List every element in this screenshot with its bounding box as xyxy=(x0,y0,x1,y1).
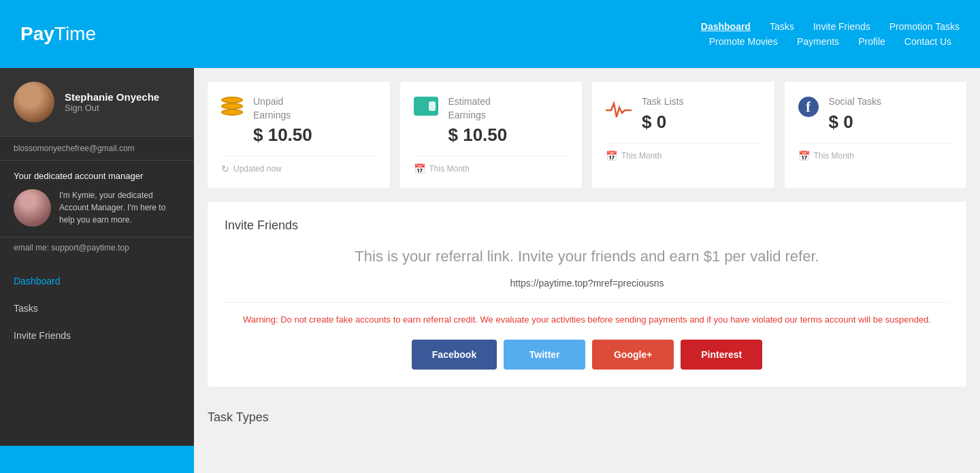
stat-task-lists-info: Task Lists $ 0 xyxy=(642,95,683,133)
stat-task-lists-amount: $ 0 xyxy=(642,112,683,133)
social-share-buttons: Facebook Twitter Google+ Pinterest xyxy=(225,340,949,370)
manager-avatar xyxy=(14,189,51,227)
stat-social-tasks-amount: $ 0 xyxy=(829,112,882,133)
stat-task-lists-label: Task Lists xyxy=(642,95,683,109)
nav-dashboard[interactable]: Dashboard xyxy=(701,21,751,32)
sidebar-bottom-bar xyxy=(0,446,194,473)
stat-unpaid-footer: ↻ Updated now xyxy=(221,156,376,174)
stat-social-tasks: f Social Tasks $ 0 📅 This Month xyxy=(785,82,967,188)
stat-unpaid-info: UnpaidEarnings $ 10.50 xyxy=(253,95,312,146)
wallet-icon xyxy=(414,97,438,116)
stat-social-tasks-footer-text: This Month xyxy=(814,151,854,161)
sign-out-link[interactable]: Sign Out xyxy=(65,103,159,113)
logo: PayTime xyxy=(20,23,214,45)
twitter-share-button[interactable]: Twitter xyxy=(504,340,585,370)
account-manager-title: Your dedicated account manager xyxy=(14,171,180,181)
nav-tasks[interactable]: Tasks xyxy=(770,21,794,32)
manager-description: I'm Kymie, your dedicated Account Manage… xyxy=(59,189,180,226)
sidebar-navigation: Dashboard Tasks Invite Friends xyxy=(0,261,194,356)
top-navigation: PayTime Dashboard Tasks Invite Friends P… xyxy=(0,0,980,68)
pulse-icon xyxy=(606,97,632,126)
stat-task-lists-footer: 📅 This Month xyxy=(606,143,761,161)
logo-time: Time xyxy=(54,23,96,44)
nav-row-2: Promote Movies Payments Profile Contact … xyxy=(709,36,951,47)
warning-text: Warning: Do not create fake accounts to … xyxy=(225,313,949,327)
stat-unpaid-amount: $ 10.50 xyxy=(253,125,312,146)
manager-info: I'm Kymie, your dedicated Account Manage… xyxy=(14,189,180,227)
coins-icon xyxy=(221,97,243,116)
pinterest-share-button[interactable]: Pinterest xyxy=(681,340,762,370)
invite-friends-section: Invite Friends This is your referral lin… xyxy=(208,201,966,387)
nav-row-1: Dashboard Tasks Invite Friends Promotion… xyxy=(701,21,960,32)
nav-profile[interactable]: Profile xyxy=(858,36,885,47)
invite-friends-title: Invite Friends xyxy=(225,218,949,233)
sidebar-item-invite-friends[interactable]: Invite Friends xyxy=(0,322,194,349)
stat-social-tasks-label: Social Tasks xyxy=(829,95,882,109)
user-section: Stephanie Onyeche Sign Out xyxy=(0,68,194,137)
user-email: blossomonyechefree@gmail.com xyxy=(0,137,194,161)
manager-email: email me: support@paytime.top xyxy=(0,238,194,261)
stat-estimated-footer-text: This Month xyxy=(429,164,470,174)
user-info: Stephanie Onyeche Sign Out xyxy=(65,91,159,113)
calendar-icon-social: 📅 xyxy=(798,150,810,161)
user-name: Stephanie Onyeche xyxy=(65,91,159,103)
stat-estimated-amount: $ 10.50 xyxy=(448,125,508,146)
calendar-icon-tasks: 📅 xyxy=(606,150,617,161)
nav-promotion-tasks[interactable]: Promotion Tasks xyxy=(889,21,960,32)
task-types-section: Task Types xyxy=(208,400,966,428)
stat-social-tasks-top: f Social Tasks $ 0 xyxy=(798,95,953,133)
googleplus-share-button[interactable]: Google+ xyxy=(592,340,674,370)
account-manager-section: Your dedicated account manager I'm Kymie… xyxy=(0,161,194,238)
sidebar: Stephanie Onyeche Sign Out blossomonyech… xyxy=(0,68,194,473)
stat-social-tasks-footer: 📅 This Month xyxy=(798,143,953,161)
stat-unpaid-footer-text: Updated now xyxy=(233,164,282,174)
calendar-icon-estimated: 📅 xyxy=(414,163,425,174)
stat-unpaid-earnings: UnpaidEarnings $ 10.50 ↻ Updated now xyxy=(208,82,390,188)
nav-payments[interactable]: Payments xyxy=(797,36,839,47)
stat-social-tasks-info: Social Tasks $ 0 xyxy=(829,95,882,133)
facebook-icon: f xyxy=(798,97,819,117)
nav-invite-friends[interactable]: Invite Friends xyxy=(813,21,870,32)
stats-row: UnpaidEarnings $ 10.50 ↻ Updated now xyxy=(208,82,966,188)
nav-contact-us[interactable]: Contact Us xyxy=(904,36,951,47)
stat-unpaid-label: UnpaidEarnings xyxy=(253,95,312,122)
stat-estimated-info: EstimatedEarnings $ 10.50 xyxy=(448,95,508,146)
stat-estimated-earnings: EstimatedEarnings $ 10.50 📅 This Month xyxy=(400,82,583,188)
referral-link: https://paytime.top?mref=preciousns xyxy=(225,278,949,289)
referral-tagline: This is your referral link. Invite your … xyxy=(225,246,949,267)
user-avatar xyxy=(14,82,54,123)
stat-estimated-label: EstimatedEarnings xyxy=(448,95,508,122)
stat-estimated-footer: 📅 This Month xyxy=(414,156,569,174)
stat-unpaid-top: UnpaidEarnings $ 10.50 xyxy=(221,95,376,146)
facebook-share-button[interactable]: Facebook xyxy=(412,340,497,370)
logo-pay: Pay xyxy=(20,23,54,44)
main-content: UnpaidEarnings $ 10.50 ↻ Updated now xyxy=(194,68,980,473)
main-layout: Stephanie Onyeche Sign Out blossomonyech… xyxy=(0,68,980,473)
stat-task-lists-footer-text: This Month xyxy=(621,151,662,161)
nav-promote-movies[interactable]: Promote Movies xyxy=(709,36,778,47)
task-types-title: Task Types xyxy=(208,400,966,428)
sidebar-item-dashboard[interactable]: Dashboard xyxy=(0,267,194,295)
sidebar-item-tasks[interactable]: Tasks xyxy=(0,295,194,322)
stat-task-lists-top: Task Lists $ 0 xyxy=(606,95,761,133)
stat-task-lists: Task Lists $ 0 📅 This Month xyxy=(592,82,774,188)
refresh-icon: ↻ xyxy=(221,163,229,174)
nav-links: Dashboard Tasks Invite Friends Promotion… xyxy=(701,21,960,47)
avatar-image xyxy=(14,82,54,123)
stat-estimated-top: EstimatedEarnings $ 10.50 xyxy=(414,95,569,146)
